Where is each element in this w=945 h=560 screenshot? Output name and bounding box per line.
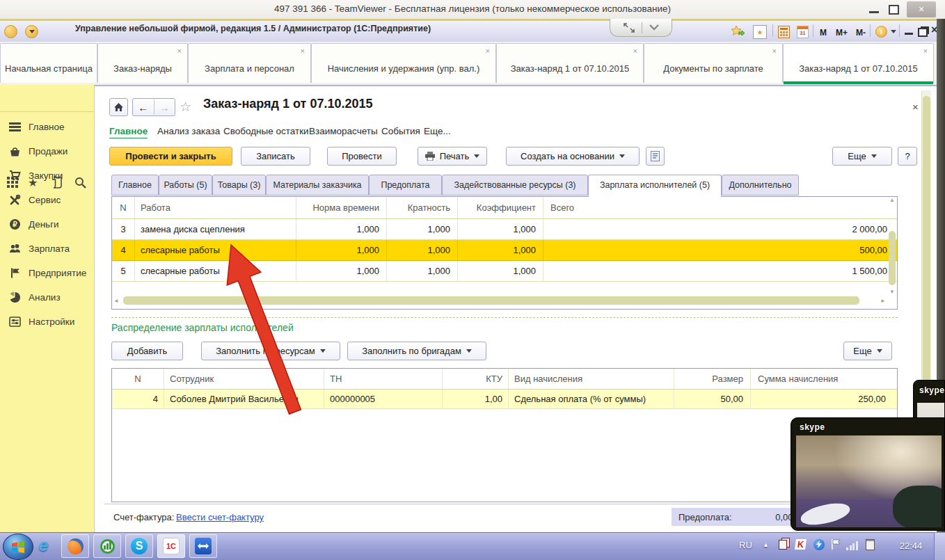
taskbar-teamviewer-button[interactable] (189, 534, 217, 558)
tab-close-icon[interactable]: × (633, 47, 637, 55)
doclink-free-balances[interactable]: Свободные остатки (223, 126, 309, 136)
col-time-norm[interactable]: Норма времени (296, 197, 387, 218)
tab-close-icon[interactable]: × (923, 47, 928, 55)
scroll-thumb[interactable] (889, 231, 896, 285)
col-accrual-type[interactable]: Вид начисления (509, 369, 674, 389)
taskbar-ie-icon[interactable]: e (39, 536, 48, 555)
tab-work-order-1[interactable]: Заказ-наряд 1 от 07.10.2015 × (496, 43, 644, 83)
tab-close-icon[interactable]: × (486, 47, 490, 55)
tray-clipboard-icon[interactable] (864, 538, 876, 550)
doctab-customer-materials[interactable]: Материалы заказчика (266, 175, 369, 195)
taskbar-firefox-button[interactable] (61, 534, 89, 558)
info-dropdown-icon[interactable] (891, 30, 896, 33)
language-indicator[interactable]: RU (739, 540, 752, 550)
document-structure-button[interactable] (646, 147, 665, 166)
sidebar-item-salary[interactable]: Зарплата (0, 237, 94, 261)
back-button[interactable]: ← (133, 102, 154, 113)
tab-home-page[interactable]: Начальная страница (0, 43, 97, 83)
col-coefficient[interactable]: Коэффициент (458, 197, 543, 218)
fill-by-resources-button[interactable]: Заполнить по ресурсам (201, 342, 340, 360)
tab-salary-documents[interactable]: Документы по зарплате × (644, 43, 783, 83)
calendar-icon[interactable]: 31 (797, 26, 809, 38)
sidebar-item-purchases[interactable]: Закупки (0, 163, 94, 188)
sidebar-item-enterprise[interactable]: Предприятие (0, 261, 94, 285)
tab-close-icon[interactable]: × (177, 47, 182, 55)
doclink-main[interactable]: Главное (109, 126, 148, 138)
doclink-events[interactable]: События (381, 126, 420, 136)
favorites-icon[interactable]: ★ (753, 25, 767, 39)
tab-work-orders[interactable]: Заказ-наряды × (97, 43, 188, 83)
memory-m-plus-button[interactable]: M+ (836, 28, 848, 38)
salary-more-button[interactable]: Еще (843, 342, 892, 360)
scroll-right-icon[interactable]: ► (880, 298, 886, 304)
app-minimize-icon[interactable] (905, 33, 913, 35)
doclink-order-analysis[interactable]: Анализ заказа (157, 126, 220, 136)
help-button[interactable]: ? (898, 147, 917, 166)
tab-salary-personnel[interactable]: Зарплата и персонал × (188, 43, 311, 83)
form-close-icon[interactable]: × (912, 101, 919, 113)
more-button[interactable]: Еще (832, 147, 892, 166)
show-desktop-button[interactable] (934, 532, 945, 560)
works-row-4-selected[interactable]: 4 слесарные работы 1,000 1,000 1,000 500… (112, 240, 897, 261)
doctab-works[interactable]: Работы (5) (159, 175, 212, 195)
col-accrual-sum[interactable]: Сумма начисления (751, 369, 897, 389)
col-tn[interactable]: ТН (324, 369, 443, 389)
scroll-thumb[interactable] (123, 296, 859, 305)
taskbar-skype-button[interactable]: S (125, 534, 153, 558)
memory-m-button[interactable]: M (820, 28, 827, 38)
print-button[interactable]: Печать (418, 147, 487, 166)
teamviewer-minimize-icon[interactable] (869, 11, 879, 13)
memory-m-minus-button[interactable]: M- (856, 28, 866, 38)
doclink-more[interactable]: Еще... (424, 126, 451, 136)
save-button[interactable]: Записать (241, 147, 310, 166)
tab-work-order-1-active[interactable]: Заказ-наряд 1 от 07.10.2015 × (783, 43, 934, 83)
teamviewer-maximize-icon[interactable] (889, 5, 899, 15)
col-ktu[interactable]: КТУ (443, 369, 509, 389)
app-logo-icon[interactable] (4, 25, 17, 38)
app-restore-icon[interactable] (918, 28, 928, 37)
sidebar-item-analysis[interactable]: Анализ (0, 285, 94, 310)
doctab-main[interactable]: Главное (111, 175, 159, 195)
favorite-star-icon[interactable]: ☆ (180, 99, 191, 115)
sidebar-item-money[interactable]: ₽ Деньги (0, 212, 94, 237)
taskbar-1c-button-active[interactable]: 1С (157, 534, 185, 558)
post-and-close-button[interactable]: Провести и закрыть (109, 147, 232, 166)
doctab-prepayment[interactable]: Предоплата (369, 175, 442, 195)
tab-close-icon[interactable]: × (772, 47, 777, 55)
enter-invoice-link[interactable]: Ввести счет-фактуру (176, 512, 264, 522)
sidebar-item-service[interactable]: Сервис (0, 188, 94, 212)
doctab-goods[interactable]: Товары (3) (212, 175, 266, 195)
tray-pages-icon[interactable] (777, 538, 788, 550)
tray-expand-icon[interactable]: ▲ (763, 541, 769, 548)
tray-kaspersky-icon[interactable]: K (795, 538, 807, 550)
scroll-up-icon[interactable]: ▲ (888, 198, 896, 203)
works-table-vscrollbar[interactable]: ▲ ▼ (888, 198, 896, 295)
tab-close-icon[interactable]: × (301, 47, 305, 55)
tray-flag-icon[interactable] (829, 538, 841, 550)
post-button[interactable]: Провести (327, 147, 397, 166)
col-size[interactable]: Размер (674, 369, 751, 389)
col-employee[interactable]: Сотрудник (164, 369, 324, 389)
add-favorite-icon[interactable] (731, 25, 745, 40)
home-button[interactable] (109, 98, 128, 116)
salary-row-4[interactable]: 4 Соболев Дмитрий Васильевич 000000005 1… (112, 390, 897, 409)
works-row-3[interactable]: 3 замена диска сцепления 1,000 1,000 1,0… (112, 219, 897, 240)
scroll-down-icon[interactable]: ▼ (888, 289, 896, 295)
col-n[interactable]: N (112, 197, 135, 218)
tab-accruals[interactable]: Начисления и удержания (упр. вал.) × (311, 43, 496, 83)
col-total[interactable]: Всего (543, 197, 897, 218)
col-multiplicity[interactable]: Кратность (387, 197, 458, 218)
teamviewer-close-button[interactable]: × (907, 1, 936, 17)
main-menu-icon[interactable] (25, 25, 38, 38)
taskbar-green-app-button[interactable] (93, 534, 121, 558)
add-button[interactable]: Добавить (111, 342, 183, 360)
sidebar-item-main[interactable]: Главное (0, 115, 94, 139)
doctab-performers-salary[interactable]: Зарплата исполнителей (5) (588, 175, 722, 197)
taskbar-clock[interactable]: 22:44 (892, 532, 930, 560)
sidebar-item-settings[interactable]: Настройки (0, 310, 94, 334)
doctab-resources[interactable]: Задействованные ресурсы (3) (442, 175, 588, 195)
info-icon[interactable]: i (875, 26, 887, 38)
col-work[interactable]: Работа (135, 197, 296, 218)
skype-window-large[interactable]: skype (791, 417, 945, 531)
teamviewer-grip-panel[interactable] (610, 19, 672, 37)
